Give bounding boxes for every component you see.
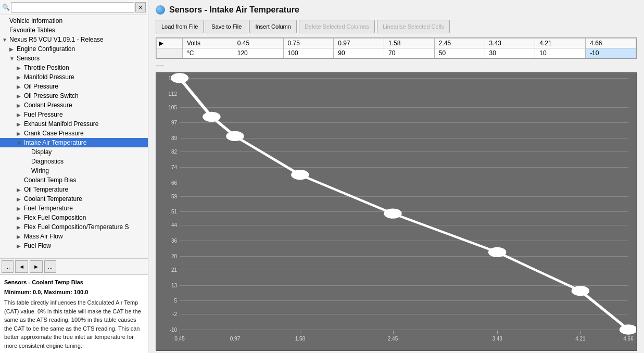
volts-cell-6[interactable]: 4.21 <box>535 39 586 48</box>
x-tick <box>497 331 498 334</box>
y-axis: 1201121059789827466595144362821135-2-10 <box>156 78 179 330</box>
y-label: 89 <box>171 135 177 141</box>
tree-item-fuel-flow[interactable]: ▶Fuel Flow <box>0 241 148 250</box>
tree-item-crank-case[interactable]: ▶Crank Case Pressure <box>0 129 148 138</box>
y-label: 97 <box>171 120 177 125</box>
search-clear-button[interactable]: ✕ <box>135 2 146 12</box>
nav-back-button[interactable]: ◄ <box>15 260 28 273</box>
nav-misc1-button[interactable]: ... <box>2 260 14 273</box>
tree-item-coolant-pressure[interactable]: ▶Coolant Pressure <box>0 100 148 110</box>
volts-cell-0[interactable]: 0.45 <box>233 39 283 48</box>
info-title: Sensors - Coolant Temp Bias <box>4 278 144 287</box>
celsius-cell-2[interactable]: 90 <box>334 48 384 58</box>
chart-dash-label: ---- <box>156 62 637 69</box>
tree-item-coolant-temp-bias[interactable]: Coolant Temp Bias <box>0 175 148 185</box>
row2-label: °C <box>183 48 233 58</box>
page-title: Sensors - Intake Air Temperature <box>169 5 299 15</box>
chart-svg <box>180 78 628 330</box>
info-minmax: Minimum: 0.0, Maximum: 100.0 <box>4 288 144 297</box>
chart-point <box>574 287 587 294</box>
row1-label: Volts <box>183 39 233 48</box>
tree-label-engine-config: Engine Configuration <box>17 45 75 53</box>
grid-line <box>180 330 628 330</box>
tree-label-fuel-flow: Fuel Flow <box>24 242 51 249</box>
x-label: 4.66 <box>623 336 633 342</box>
tree-item-oil-temperature[interactable]: ▶Oil Temperature <box>0 185 148 194</box>
load-from-file-button[interactable]: Load from File <box>156 20 204 33</box>
nav-misc2-button[interactable]: ... <box>44 260 56 273</box>
celsius-cell-0[interactable]: 120 <box>233 48 283 58</box>
tree-item-oil-pressure[interactable]: ▶Oil Pressure <box>0 82 148 91</box>
x-label: 4.21 <box>575 336 585 342</box>
tree-arrow-flex-fuel-composition: ▶ <box>17 215 23 221</box>
y-label: 59 <box>171 193 177 199</box>
tree-label-sensors: Sensors <box>17 55 40 62</box>
volts-cell-1[interactable]: 0.75 <box>283 39 334 48</box>
tree-item-flex-fuel-comp-temp[interactable]: ▶Flex Fuel Composition/Temperature S <box>0 222 148 232</box>
sensor-icon <box>156 5 165 15</box>
tree-arrow-coolant-temperature: ▶ <box>17 196 23 202</box>
x-tick <box>393 331 394 334</box>
tree-label-crank-case: Crank Case Pressure <box>24 130 84 137</box>
tree-label-oil-pressure-switch: Oil Pressure Switch <box>24 92 79 99</box>
tree-item-sensors[interactable]: ▼Sensors <box>0 54 148 63</box>
tree-item-oil-pressure-switch[interactable]: ▶Oil Pressure Switch <box>0 91 148 100</box>
tree-item-nexus[interactable]: ▼Nexus R5 VCU V1.09.1 - Release <box>0 35 148 44</box>
nav-forward-button[interactable]: ► <box>30 260 43 273</box>
tree-item-mass-air-flow[interactable]: ▶Mass Air Flow <box>0 232 148 241</box>
tree-arrow-fuel-pressure: ▶ <box>17 112 23 118</box>
chart-point <box>173 74 186 82</box>
tree-item-manifold-pressure[interactable]: ▶Manifold Pressure <box>0 72 148 82</box>
tree-item-fuel-pressure[interactable]: ▶Fuel Pressure <box>0 110 148 119</box>
tree-arrow-nexus: ▼ <box>2 37 8 43</box>
tree-label-exhaust-manifold: Exhaust Manifold Pressure <box>24 120 98 128</box>
chart-point <box>293 171 307 179</box>
tree-item-fuel-temperature[interactable]: ▶Fuel Temperature <box>0 204 148 213</box>
x-tick <box>300 331 300 334</box>
chart-point <box>622 326 635 333</box>
tree-item-engine-config[interactable]: ▶Engine Configuration <box>0 44 148 54</box>
celsius-cell-1[interactable]: 100 <box>283 48 334 58</box>
tree-arrow-oil-temperature: ▶ <box>17 187 23 193</box>
tree-item-wiring[interactable]: Wiring <box>0 166 148 175</box>
data-table: ▶Volts0.450.750.971.582.453.434.214.66°C… <box>156 38 636 58</box>
tree-item-display[interactable]: Display <box>0 147 148 157</box>
volts-cell-4[interactable]: 2.45 <box>434 39 485 48</box>
y-label: 21 <box>171 267 177 272</box>
y-label: -10 <box>170 327 177 333</box>
volts-cell-2[interactable]: 0.97 <box>334 39 384 48</box>
delete-selected-button[interactable]: Delete Selected Columns <box>299 20 375 33</box>
volts-cell-7[interactable]: 4.66 <box>586 39 636 48</box>
celsius-cell-4[interactable]: 50 <box>434 48 485 58</box>
celsius-cell-3[interactable]: 70 <box>384 48 435 58</box>
tree-item-flex-fuel-composition[interactable]: ▶Flex Fuel Composition <box>0 213 148 222</box>
x-label: 0.97 <box>230 336 240 342</box>
tree-item-favourite-tables[interactable]: Favourite Tables <box>0 26 148 35</box>
y-label: 5 <box>174 298 177 304</box>
tree-item-coolant-temperature[interactable]: ▶Coolant Temperature <box>0 194 148 204</box>
volts-cell-3[interactable]: 1.58 <box>384 39 435 48</box>
x-tick <box>580 331 581 334</box>
tree-item-vehicle-info[interactable]: Vehicle Information <box>0 16 148 26</box>
save-to-file-button[interactable]: Save to File <box>206 20 247 33</box>
celsius-cell-6[interactable]: 10 <box>535 48 586 58</box>
y-label: 112 <box>168 91 177 96</box>
y-label: 105 <box>168 104 177 110</box>
celsius-cell-7[interactable]: -10 <box>586 48 636 58</box>
tree-label-flex-fuel-comp-temp: Flex Fuel Composition/Temperature S <box>24 223 129 231</box>
x-tick <box>235 331 235 334</box>
celsius-cell-5[interactable]: 30 <box>485 48 535 58</box>
tree-item-intake-air-temp[interactable]: ▼Intake Air Temperature <box>0 138 148 147</box>
tree-item-throttle-pos[interactable]: ▶Throttle Position <box>0 63 148 72</box>
linearise-button[interactable]: Linearise Selected Cells <box>377 20 450 33</box>
tree-item-diagnostics[interactable]: Diagnostics <box>0 157 148 166</box>
chart-container: 1201121059789827466595144362821135-2-100… <box>156 72 637 351</box>
chart-point <box>386 210 400 217</box>
y-label: 13 <box>171 282 177 288</box>
volts-cell-5[interactable]: 3.43 <box>485 39 535 48</box>
tree-label-oil-temperature: Oil Temperature <box>24 186 68 193</box>
search-input[interactable] <box>11 2 134 12</box>
tree-item-exhaust-manifold[interactable]: ▶Exhaust Manifold Pressure <box>0 119 148 129</box>
row-arrow: ▶ <box>157 39 183 48</box>
insert-column-button[interactable]: Insert Column <box>249 20 296 33</box>
